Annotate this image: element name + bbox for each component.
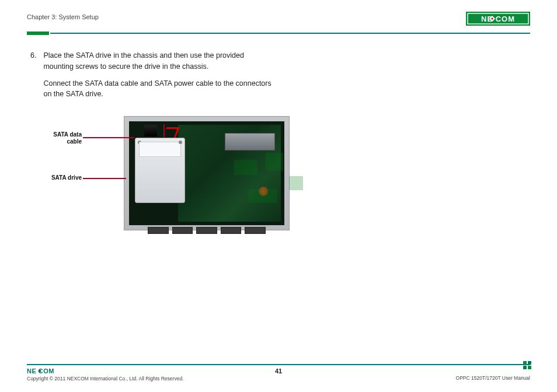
content-area: 6. Place the SATA drive in the chassis a…	[27, 35, 530, 230]
step-number: 6.	[30, 50, 36, 106]
callout-drive: SATA drive	[42, 174, 82, 181]
chassis-photo	[124, 116, 290, 230]
port	[221, 227, 242, 234]
chip	[248, 189, 277, 203]
footer-rule	[27, 364, 530, 365]
leader-line	[83, 137, 134, 138]
motherboard	[178, 125, 281, 222]
sata-drive	[135, 138, 185, 203]
port	[148, 227, 169, 234]
manual-title: OPPC 1520T/1720T User Manual	[456, 375, 530, 381]
figure: SATA power cable SATA data cable SATA dr…	[42, 116, 287, 230]
copyright-text: Copyright © 2011 NEXCOM International Co…	[27, 376, 183, 382]
sata-data-cable	[144, 125, 157, 136]
port	[172, 227, 193, 234]
heatsink	[225, 133, 275, 150]
step-text-1: Place the SATA drive in the chassis and …	[43, 50, 276, 72]
page-header: Chapter 3: System Setup NE COM	[27, 12, 530, 28]
svg-rect-6	[528, 361, 531, 365]
port	[245, 227, 266, 234]
chip	[289, 176, 303, 190]
callout-data: SATA data cable	[42, 131, 82, 145]
step-body: Place the SATA drive in the chassis and …	[43, 50, 276, 106]
svg-rect-5	[523, 361, 527, 365]
page-number: 41	[27, 368, 530, 374]
step-text-2: Connect the SATA data cable and SATA pow…	[43, 78, 276, 100]
page-footer: NE COM Copyright © 2011 NEXCOM Internati…	[27, 364, 530, 382]
chapter-title: Chapter 3: System Setup	[27, 13, 99, 20]
drive-label	[139, 142, 181, 157]
page-root: Chapter 3: System Setup NE COM 6. Place …	[0, 0, 557, 392]
instruction-step: 6. Place the SATA drive in the chassis a…	[30, 50, 276, 106]
chip	[234, 160, 257, 175]
brand-logo-header: NE COM	[466, 12, 530, 26]
rule-accent	[27, 32, 49, 35]
svg-text:NE  COM: NE COM	[481, 15, 515, 23]
rear-ports	[148, 227, 266, 234]
chassis-interior	[129, 121, 284, 225]
port	[196, 227, 217, 234]
footer-row: NE COM Copyright © 2011 NEXCOM Internati…	[27, 368, 530, 382]
leader-line	[83, 178, 126, 179]
chip	[266, 153, 283, 170]
leader-line	[163, 124, 165, 137]
rule-line	[50, 33, 530, 34]
